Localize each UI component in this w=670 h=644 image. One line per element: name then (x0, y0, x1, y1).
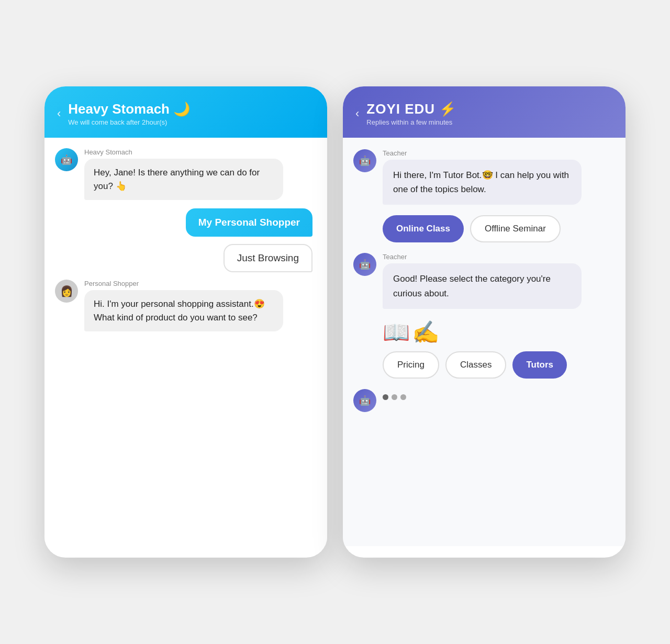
teacher-bubble-1: Hi there, I'm Tutor Bot.🤓 I can help you… (383, 160, 582, 205)
typing-dot-1 (383, 394, 388, 400)
left-header: ‹ Heavy Stomach 🌙 We will come back afte… (44, 86, 327, 138)
user-buttons-section: My Personal Shopper (55, 208, 317, 237)
left-header-text: Heavy Stomach 🌙 We will come back after … (68, 101, 190, 126)
topic-buttons-row: Online Class Offline Seminar (383, 215, 615, 242)
teacher-avatar-2: 🤖 (353, 253, 376, 276)
shopper-bubble: Hi. I'm your personal shopping assistant… (84, 290, 283, 331)
left-back-icon[interactable]: ‹ (57, 107, 61, 120)
shopper-avatar: 👩 (55, 280, 78, 303)
emoji-decoration: 📖✍️ (383, 319, 615, 345)
bot-bubble-1: Hey, Jane! Is there anything we can do f… (84, 159, 283, 200)
right-chat-body: 🤖 Teacher Hi there, I'm Tutor Bot.🤓 I ca… (343, 138, 626, 546)
bot-message-row-1: 🤖 Heavy Stomach Hey, Jane! Is there anyt… (55, 148, 317, 200)
teacher-sender-name-2: Teacher (383, 253, 582, 261)
typing-dot-3 (400, 394, 406, 400)
typing-indicator (383, 394, 406, 400)
teacher-message-row-1: 🤖 Teacher Hi there, I'm Tutor Bot.🤓 I ca… (353, 149, 615, 205)
tutors-button[interactable]: Tutors (512, 351, 567, 379)
teacher-bubble-2: Good! Please select the category you're … (383, 263, 582, 308)
classes-button[interactable]: Classes (445, 351, 506, 379)
shopper-message-content: Personal Shopper Hi. I'm your personal s… (84, 280, 283, 331)
user-button-personal-shopper[interactable]: My Personal Shopper (186, 208, 312, 237)
right-header-text: ZOYI EDU ⚡ Replies within a few minutes (366, 101, 456, 126)
teacher-message-content-1: Teacher Hi there, I'm Tutor Bot.🤓 I can … (383, 149, 582, 205)
left-phone: ‹ Heavy Stomach 🌙 We will come back afte… (44, 86, 327, 558)
online-class-button[interactable]: Online Class (383, 215, 464, 242)
left-chat-title: Heavy Stomach 🌙 (68, 101, 190, 117)
user-button-browsing-section: Just Browsing (55, 244, 317, 272)
teacher-sender-name-1: Teacher (383, 149, 582, 157)
right-phone: ‹ ZOYI EDU ⚡ Replies within a few minute… (343, 86, 626, 558)
shopper-message-row: 👩 Personal Shopper Hi. I'm your personal… (55, 280, 317, 331)
right-header: ‹ ZOYI EDU ⚡ Replies within a few minute… (343, 86, 626, 138)
teacher-message-content-2: Teacher Good! Please select the category… (383, 253, 582, 308)
typing-row: 🤖 (353, 389, 615, 412)
bot-avatar-1: 🤖 (55, 148, 78, 171)
bot-sender-name-1: Heavy Stomach (84, 148, 283, 156)
pricing-button[interactable]: Pricing (383, 351, 439, 379)
category-buttons-row: Pricing Classes Tutors (383, 351, 615, 379)
left-chat-subtitle: We will come back after 2hour(s) (68, 118, 190, 126)
typing-dot-2 (392, 394, 397, 400)
offline-seminar-button[interactable]: Offline Seminar (470, 215, 561, 242)
typing-avatar: 🤖 (353, 389, 376, 412)
user-button-just-browsing[interactable]: Just Browsing (224, 244, 312, 272)
right-chat-title: ZOYI EDU ⚡ (366, 101, 456, 117)
right-chat-subtitle: Replies within a few minutes (366, 118, 456, 126)
right-back-icon[interactable]: ‹ (355, 107, 359, 120)
left-chat-body: 🤖 Heavy Stomach Hey, Jane! Is there anyt… (44, 138, 327, 546)
teacher-avatar-1: 🤖 (353, 149, 376, 172)
shopper-sender-name: Personal Shopper (84, 280, 283, 287)
teacher-message-row-2: 🤖 Teacher Good! Please select the catego… (353, 253, 615, 308)
bot-message-content-1: Heavy Stomach Hey, Jane! Is there anythi… (84, 148, 283, 200)
